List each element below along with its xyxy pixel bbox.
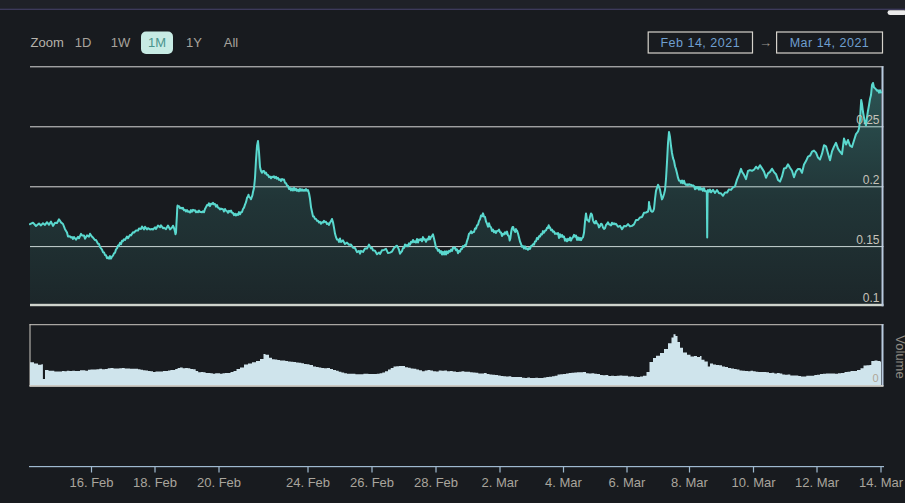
svg-text:16. Feb: 16. Feb <box>69 475 113 490</box>
svg-text:4. Mar: 4. Mar <box>545 475 583 490</box>
svg-text:Feb 14, 2021: Feb 14, 2021 <box>660 36 740 50</box>
svg-text:28. Feb: 28. Feb <box>414 475 458 490</box>
svg-text:1D: 1D <box>75 35 92 50</box>
svg-text:0.2: 0.2 <box>863 173 880 187</box>
svg-text:Zoom: Zoom <box>31 35 64 50</box>
svg-text:All: All <box>224 35 239 50</box>
svg-text:8. Mar: 8. Mar <box>671 475 709 490</box>
svg-text:12. Mar: 12. Mar <box>795 475 840 490</box>
svg-text:1Y: 1Y <box>186 35 202 50</box>
svg-text:→: → <box>759 35 772 50</box>
svg-text:18. Feb: 18. Feb <box>133 475 177 490</box>
svg-text:20. Feb: 20. Feb <box>197 475 241 490</box>
svg-text:10. Mar: 10. Mar <box>731 475 776 490</box>
svg-text:0: 0 <box>872 372 878 384</box>
svg-text:14. Mar: 14. Mar <box>859 475 904 490</box>
svg-text:6. Mar: 6. Mar <box>609 475 647 490</box>
svg-text:26. Feb: 26. Feb <box>350 475 394 490</box>
svg-text:Volume: Volume <box>893 335 905 378</box>
svg-text:1W: 1W <box>111 35 131 50</box>
svg-text:1M: 1M <box>148 35 166 50</box>
svg-text:Mar 14, 2021: Mar 14, 2021 <box>790 36 870 50</box>
svg-text:0.1: 0.1 <box>863 291 880 305</box>
svg-text:0.15: 0.15 <box>856 233 880 247</box>
svg-text:24. Feb: 24. Feb <box>286 475 330 490</box>
svg-text:0.25: 0.25 <box>856 113 880 127</box>
svg-text:2. Mar: 2. Mar <box>482 475 520 490</box>
